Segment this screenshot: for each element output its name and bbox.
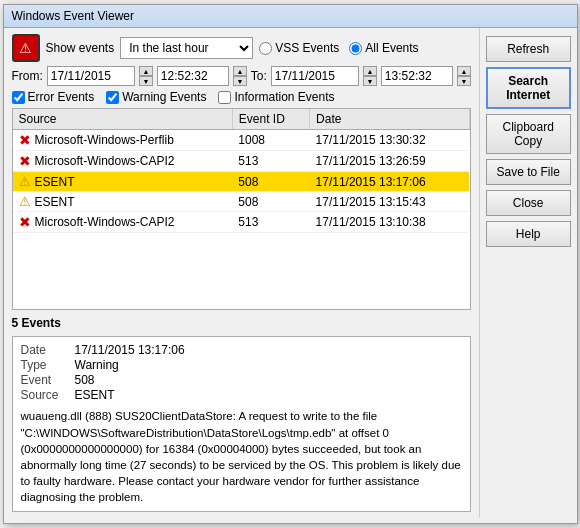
cell-event-id: 508 [232, 172, 309, 192]
table-row[interactable]: ⚠ ESENT 508 17/11/2015 13:17:06 [13, 172, 470, 192]
all-radio-label[interactable]: All Events [349, 41, 418, 55]
checkbox-row: Error Events Warning Events Information … [12, 90, 471, 104]
table-row[interactable]: ✖ Microsoft-Windows-Perflib 1008 17/11/2… [13, 130, 470, 151]
from-date-spin[interactable]: ▲ ▼ [139, 66, 153, 86]
vss-radio-label[interactable]: VSS Events [259, 41, 339, 55]
all-radio[interactable] [349, 42, 362, 55]
close-button[interactable]: Close [486, 190, 571, 216]
detail-message: wuaueng.dll (888) SUS20ClientDataStore: … [21, 408, 462, 505]
window: Windows Event Viewer Show events In the … [3, 4, 578, 524]
event-value: 508 [75, 373, 462, 387]
from-time-spin[interactable]: ▲ ▼ [233, 66, 247, 86]
cell-event-id: 508 [232, 192, 309, 212]
to-date-input[interactable] [271, 66, 359, 86]
information-events-checkbox[interactable] [218, 91, 231, 104]
right-panel: Refresh Search Internet Clipboard Copy S… [479, 28, 577, 518]
cell-event-id: 513 [232, 151, 309, 172]
cell-source: ✖ Microsoft-Windows-CAPI2 [13, 212, 233, 233]
to-date-up[interactable]: ▲ [363, 66, 377, 76]
main-content: Show events In the last hourIn the last … [4, 28, 577, 518]
from-label: From: [12, 69, 43, 83]
from-date-up[interactable]: ▲ [139, 66, 153, 76]
warning-events-label[interactable]: Warning Events [106, 90, 206, 104]
warning-events-text: Warning Events [122, 90, 206, 104]
to-time-input[interactable] [381, 66, 453, 86]
to-date-spin[interactable]: ▲ ▼ [363, 66, 377, 86]
cell-date: 17/11/2015 13:30:32 [310, 130, 470, 151]
col-date: Date [310, 109, 470, 130]
save-to-file-button[interactable]: Save to File [486, 159, 571, 185]
cell-date: 17/11/2015 13:26:59 [310, 151, 470, 172]
event-icon [12, 34, 40, 62]
information-events-label[interactable]: Information Events [218, 90, 334, 104]
error-icon: ✖ [19, 132, 31, 148]
event-label: Event [21, 373, 71, 387]
cell-event-id: 1008 [232, 130, 309, 151]
clipboard-copy-button[interactable]: Clipboard Copy [486, 114, 571, 154]
to-time-down[interactable]: ▼ [457, 76, 471, 86]
date-value: 17/11/2015 13:17:06 [75, 343, 462, 357]
events-table[interactable]: Source Event ID Date ✖ Microsoft-Windows… [12, 108, 471, 310]
cell-source: ⚠ ESENT [13, 172, 233, 192]
warning-icon: ⚠ [19, 194, 31, 209]
detail-panel: Date 17/11/2015 13:17:06 Type Warning Ev… [12, 336, 471, 512]
radio-group: VSS Events All Events [259, 41, 418, 55]
from-time-input[interactable] [157, 66, 229, 86]
left-panel: Show events In the last hourIn the last … [4, 28, 479, 518]
from-time-down[interactable]: ▼ [233, 76, 247, 86]
to-date-down[interactable]: ▼ [363, 76, 377, 86]
cell-source: ✖ Microsoft-Windows-Perflib [13, 130, 233, 151]
type-label: Type [21, 358, 71, 372]
error-events-label[interactable]: Error Events [12, 90, 95, 104]
to-time-up[interactable]: ▲ [457, 66, 471, 76]
from-date-down[interactable]: ▼ [139, 76, 153, 86]
detail-fields: Date 17/11/2015 13:17:06 Type Warning Ev… [21, 343, 462, 402]
source-value: ESENT [75, 388, 462, 402]
from-date-input[interactable] [47, 66, 135, 86]
table-row[interactable]: ⚠ ESENT 508 17/11/2015 13:15:43 [13, 192, 470, 212]
time-range-select[interactable]: In the last hourIn the last 6 hoursIn th… [120, 37, 253, 59]
cell-source: ✖ Microsoft-Windows-CAPI2 [13, 151, 233, 172]
date-row: From: ▲ ▼ ▲ ▼ To: ▲ ▼ ▲ [12, 66, 471, 86]
error-icon: ✖ [19, 214, 31, 230]
show-events-label: Show events [46, 41, 115, 55]
information-events-text: Information Events [234, 90, 334, 104]
table-row[interactable]: ✖ Microsoft-Windows-CAPI2 513 17/11/2015… [13, 151, 470, 172]
source-label: Source [21, 388, 71, 402]
events-count: 5 Events [12, 314, 471, 332]
error-events-text: Error Events [28, 90, 95, 104]
cell-source: ⚠ ESENT [13, 192, 233, 212]
filter-row: Show events In the last hourIn the last … [12, 34, 471, 62]
type-value: Warning [75, 358, 462, 372]
to-label: To: [251, 69, 267, 83]
cell-date: 17/11/2015 13:15:43 [310, 192, 470, 212]
error-icon: ✖ [19, 153, 31, 169]
error-events-checkbox[interactable] [12, 91, 25, 104]
date-label: Date [21, 343, 71, 357]
cell-date: 17/11/2015 13:10:38 [310, 212, 470, 233]
col-event-id: Event ID [232, 109, 309, 130]
refresh-button[interactable]: Refresh [486, 36, 571, 62]
cell-date: 17/11/2015 13:17:06 [310, 172, 470, 192]
from-time-up[interactable]: ▲ [233, 66, 247, 76]
cell-event-id: 513 [232, 212, 309, 233]
table-header: Source Event ID Date [13, 109, 470, 130]
title-bar: Windows Event Viewer [4, 5, 577, 28]
help-button[interactable]: Help [486, 221, 571, 247]
vss-radio[interactable] [259, 42, 272, 55]
table-row[interactable]: ✖ Microsoft-Windows-CAPI2 513 17/11/2015… [13, 212, 470, 233]
to-time-spin[interactable]: ▲ ▼ [457, 66, 471, 86]
warning-events-checkbox[interactable] [106, 91, 119, 104]
search-internet-button[interactable]: Search Internet [486, 67, 571, 109]
warning-icon: ⚠ [19, 174, 31, 189]
col-source: Source [13, 109, 233, 130]
window-title: Windows Event Viewer [12, 9, 135, 23]
